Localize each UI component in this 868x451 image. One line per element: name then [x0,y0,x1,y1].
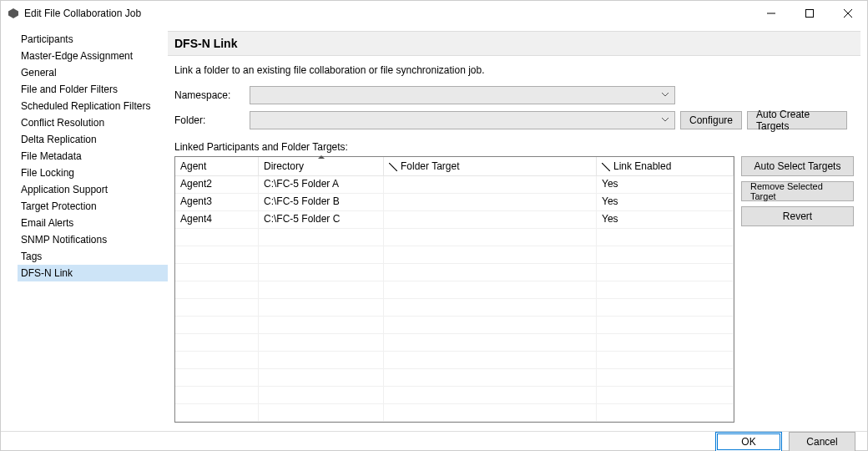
sidebar-item-label: File Locking [21,167,74,179]
table-row [175,299,734,317]
cell-directory [259,229,384,246]
sidebar-item-general[interactable]: General [18,64,168,81]
sidebar-item-application-support[interactable]: Application Support [18,181,168,198]
revert-button[interactable]: Revert [741,206,854,226]
sidebar-item-participants[interactable]: Participants [18,31,168,48]
maximize-button[interactable] [790,1,829,26]
sidebar-item-label: Participants [21,33,73,45]
sidebar-item-label: Master-Edge Assignment [21,50,133,62]
configure-button[interactable]: Configure [680,111,742,129]
dialog-window: Edit File Collaboration Job Participants… [0,0,868,451]
sidebar-item-file-metadata[interactable]: File Metadata [18,148,168,165]
cell-agent [175,387,259,403]
cell-directory [259,281,384,298]
cell-link-enabled [597,404,734,421]
cell-folder-target [384,281,597,298]
sidebar-item-label: Conflict Resolution [21,117,104,129]
cell-folder-target [384,387,597,403]
sidebar-item-dfs-n-link[interactable]: DFS-N Link [18,265,168,281]
col-agent[interactable]: Agent [175,157,259,175]
cell-folder-target [384,369,597,386]
sidebar-item-snmp-notifications[interactable]: SNMP Notifications [18,231,168,248]
cell-folder-target [384,194,597,210]
table-header: Agent Directory Folder Target Link Enabl… [175,157,734,176]
cell-directory: C:\FC-5 Folder C [259,211,384,228]
cell-agent [175,317,259,333]
table-row[interactable]: Agent4C:\FC-5 Folder CYes [175,211,734,229]
titlebar: Edit File Collaboration Job [1,1,867,26]
cell-link-enabled [597,299,734,316]
cell-link-enabled: Yes [597,176,734,193]
cell-link-enabled [597,352,734,368]
cell-directory [259,387,384,403]
cell-link-enabled [597,229,734,246]
sidebar-item-delta-replication[interactable]: Delta Replication [18,131,168,148]
svg-rect-2 [806,10,814,18]
cell-link-enabled [597,369,734,386]
table-body: Agent2C:\FC-5 Folder AYesAgent3C:\FC-5 F… [175,176,734,422]
svg-line-6 [602,163,610,171]
svg-marker-0 [8,8,18,18]
cell-directory [259,264,384,281]
cell-link-enabled [597,264,734,281]
sidebar-item-tags[interactable]: Tags [18,248,168,265]
cell-folder-target [384,211,597,228]
auto-create-targets-button[interactable]: Auto Create Targets [747,111,847,129]
sidebar-item-conflict-resolution[interactable]: Conflict Resolution [18,114,168,131]
sidebar-item-label: Email Alerts [21,217,73,229]
sidebar-item-scheduled-replication-filters[interactable]: Scheduled Replication Filters [18,98,168,114]
namespace-select[interactable] [250,86,675,104]
cell-link-enabled [597,246,734,263]
cell-directory [259,334,384,351]
dialog-body: ParticipantsMaster-Edge AssignmentGenera… [1,26,867,431]
sidebar-item-email-alerts[interactable]: Email Alerts [18,215,168,231]
folder-select[interactable] [250,111,675,129]
cell-directory [259,369,384,386]
content-row: Agent Directory Folder Target Link Enabl… [168,156,860,423]
table-row[interactable]: Agent3C:\FC-5 Folder BYes [175,194,734,211]
sidebar-item-master-edge-assignment[interactable]: Master-Edge Assignment [18,48,168,64]
svg-line-5 [389,163,397,171]
cell-agent [175,334,259,351]
col-directory[interactable]: Directory [259,157,384,175]
cell-link-enabled [597,334,734,351]
close-button[interactable] [829,1,867,26]
auto-select-targets-button[interactable]: Auto Select Targets [741,156,854,176]
col-folder-target[interactable]: Folder Target [384,157,597,175]
sidebar-item-label: File Metadata [21,150,82,162]
cell-agent [175,404,259,421]
cell-directory [259,317,384,333]
linked-participants-label: Linked Participants and Folder Targets: [168,134,860,156]
table-row [175,264,734,281]
cell-link-enabled [597,317,734,333]
ok-button[interactable]: OK [715,432,782,451]
remove-selected-target-button[interactable]: Remove Selected Target [741,181,854,201]
sidebar-item-label: Application Support [21,184,108,195]
participants-table: Agent Directory Folder Target Link Enabl… [174,156,734,423]
table-row [175,334,734,352]
sidebar-item-label: Scheduled Replication Filters [21,100,150,112]
minimize-button[interactable] [752,1,790,26]
col-link-enabled[interactable]: Link Enabled [597,157,734,175]
sidebar-item-label: SNMP Notifications [21,234,107,246]
table-row [175,387,734,404]
edit-icon [389,162,397,170]
cell-folder-target [384,299,597,316]
sidebar-item-target-protection[interactable]: Target Protection [18,198,168,215]
cancel-button[interactable]: Cancel [789,432,855,451]
app-icon [8,8,19,19]
cell-link-enabled: Yes [597,211,734,228]
cell-agent: Agent2 [175,176,259,193]
section-description: Link a folder to an existing file collab… [168,64,860,84]
sidebar-item-file-locking[interactable]: File Locking [18,165,168,181]
sidebar-item-label: Target Protection [21,200,97,212]
namespace-label: Namespace: [174,89,250,101]
sidebar-item-file-and-folder-filters[interactable]: File and Folder Filters [18,81,168,98]
table-row [175,352,734,369]
table-row[interactable]: Agent2C:\FC-5 Folder AYes [175,176,734,194]
folder-row: Folder: Configure Auto Create Targets [168,109,860,131]
cell-folder-target [384,264,597,281]
section-heading: DFS-N Link [168,31,860,56]
folder-label: Folder: [174,114,250,126]
chevron-down-icon [661,89,669,101]
